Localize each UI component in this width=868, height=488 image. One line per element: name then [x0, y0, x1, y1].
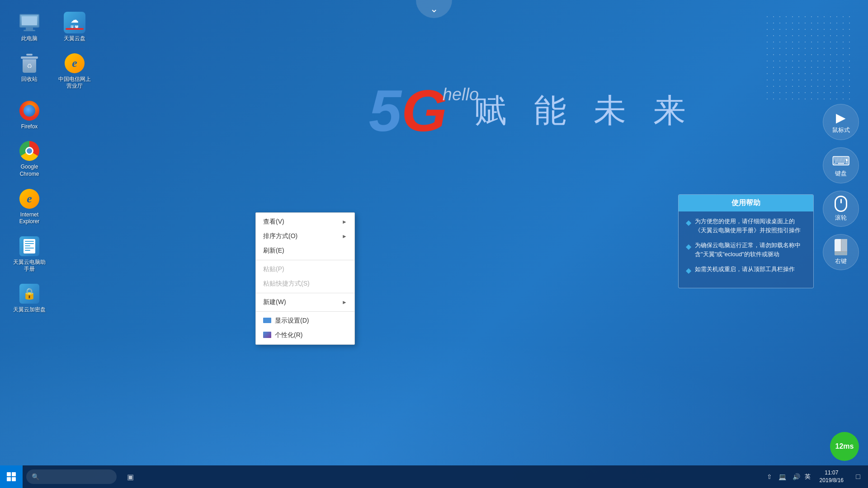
help-panel: 使用帮助 ◆ 为方便您的使用，请仔细阅读桌面上的《天翼云电脑使用手册》并按照指引… — [678, 194, 814, 288]
chrome-label: Google Chrome — [12, 164, 47, 178]
notification-btn[interactable]: □ — [848, 465, 868, 488]
chrome-icon-img — [19, 140, 40, 162]
keyboard-icon: ⌨ — [832, 154, 850, 169]
menu-item-view[interactable]: 查看(V) ► — [256, 215, 354, 229]
desktop-icon-tianyi-cloud[interactable]: ☁ 天翼 天翼云盘 — [54, 9, 95, 45]
brand-5g-logo: 5G hello — [369, 81, 447, 140]
desktop-icon-firefox[interactable]: Firefox — [9, 97, 50, 133]
help-text-2: 为确保云电脑运行正常，请勿卸载名称中含"天翼"或"ecloud"的软件或驱动 — [695, 241, 806, 258]
help-diamond-2: ◆ — [686, 241, 691, 258]
tray-volume-icon[interactable]: 🔊 — [791, 472, 802, 481]
help-title: 使用帮助 — [679, 195, 813, 211]
scroll-label: 滚轮 — [835, 214, 847, 222]
help-diamond-1: ◆ — [686, 217, 691, 235]
desktop-icon-this-pc[interactable]: 此电脑 — [9, 9, 50, 45]
latency-badge[interactable]: 12ms — [830, 432, 859, 461]
brand-5: 5 — [369, 78, 401, 144]
encrypt-label: 天翼云加密盘 — [13, 306, 46, 314]
tray-up-arrow-icon[interactable]: ⇧ — [765, 472, 774, 481]
desktop-icon-recycle-bin[interactable]: ♻ 回收站 — [9, 50, 50, 93]
help-item-1: ◆ 为方便您的使用，请仔细阅读桌面上的《天翼云电脑使用手册》并按照指引操作 — [686, 217, 806, 235]
clock-date: 2019/8/16 — [820, 477, 844, 484]
menu-sort-label: 排序方式(O) — [263, 232, 297, 240]
menu-item-paste[interactable]: 粘贴(P) — [256, 262, 354, 277]
task-view-btn[interactable]: ▣ — [120, 465, 140, 488]
menu-divider-2 — [256, 293, 354, 293]
windows-logo-icon — [7, 472, 16, 481]
china-telecom-label: 中国电信网上营业厅 — [57, 76, 92, 90]
icon-row-6: 天翼云电脑助手册 — [9, 233, 95, 276]
menu-view-arrow: ► — [342, 219, 347, 225]
keyboard-label: 键盘 — [835, 169, 847, 178]
help-text-3: 如需关机或重启，请从顶部工具栏操作 — [695, 265, 795, 276]
firefox-icon-img — [19, 100, 40, 122]
firefox-label: Firefox — [21, 123, 38, 131]
system-clock[interactable]: 11:07 2019/8/16 — [815, 469, 848, 484]
recycle-icon-img: ♻ — [19, 52, 40, 74]
icon-row-4: Google Chrome — [9, 137, 95, 180]
mouse-mode-btn[interactable]: ▶ 鼠标式 — [823, 104, 859, 140]
tray-language-indicator[interactable]: 英 — [805, 473, 811, 481]
recycle-bin-label: 回收站 — [21, 76, 38, 83]
context-menu: 查看(V) ► 排序方式(O) ► 刷新(E) 粘贴(P) 粘贴快捷方式(S) … — [255, 212, 355, 345]
help-text-1: 为方便您的使用，请仔细阅读桌面上的《天翼云电脑使用手册》并按照指引操作 — [695, 217, 806, 235]
menu-divider-1 — [256, 260, 354, 260]
right-click-icon — [835, 239, 847, 255]
brand-hello: hello — [443, 86, 479, 103]
encrypt-icon-img: 🔒 — [19, 283, 40, 305]
branding-area: 5G hello 赋 能 未 来 — [369, 81, 695, 140]
desktop-icon-manual[interactable]: 天翼云电脑助手册 — [9, 233, 50, 276]
right-key-label: 右键 — [835, 257, 847, 265]
personalize-icon — [263, 332, 272, 339]
desktop-icon-ie[interactable]: e Internet Explorer — [9, 185, 50, 228]
menu-paste-label: 粘贴(P) — [263, 265, 284, 273]
menu-sort-arrow: ► — [342, 233, 347, 239]
menu-item-personalize[interactable]: 个性化(R) — [256, 328, 354, 343]
display-icon — [263, 317, 272, 324]
ie-label: Internet Explorer — [12, 211, 47, 225]
menu-item-display[interactable]: 显示设置(D) — [256, 314, 354, 328]
start-button[interactable] — [0, 465, 23, 488]
taskbar-search-box[interactable]: 🔍 — [26, 469, 117, 484]
menu-display-label: 显示设置(D) — [275, 317, 347, 325]
brand-slogan: 赋 能 未 来 — [474, 89, 695, 132]
icon-row-7: 🔒 天翼云加密盘 — [9, 280, 95, 316]
help-item-2: ◆ 为确保云电脑运行正常，请勿卸载名称中含"天翼"或"ecloud"的软件或驱动 — [686, 241, 806, 258]
taskbar-search-icon: 🔍 — [32, 473, 39, 480]
taskbar: 🔍 ▣ ⇧ 💻 🔊 英 11:07 2019/8/16 □ — [0, 465, 868, 488]
desktop-icon-encrypt[interactable]: 🔒 天翼云加密盘 — [9, 280, 50, 316]
menu-item-sort[interactable]: 排序方式(O) ► — [256, 229, 354, 244]
notification-icon: □ — [856, 473, 860, 481]
menu-refresh-label: 刷新(E) — [263, 247, 284, 255]
icon-row-2: ♻ 回收站 e 中国电信网上营业厅 — [9, 50, 95, 93]
menu-new-arrow: ► — [342, 299, 347, 305]
dot-pattern-decoration — [764, 14, 854, 104]
mouse-mode-label: 鼠标式 — [832, 126, 850, 134]
icon-row-5: e Internet Explorer — [9, 185, 95, 228]
task-view-icon: ▣ — [127, 473, 134, 481]
menu-item-new[interactable]: 新建(W) ► — [256, 295, 354, 310]
menu-item-paste-shortcut[interactable]: 粘贴快捷方式(S) — [256, 277, 354, 291]
this-pc-label: 此电脑 — [21, 35, 38, 42]
tray-network-icon[interactable]: 💻 — [777, 472, 788, 481]
desktop-icon-china-telecom[interactable]: e 中国电信网上营业厅 — [54, 50, 95, 93]
ie-icon-img: e — [19, 188, 40, 210]
top-chevron-btn[interactable]: ⌄ — [416, 0, 452, 18]
menu-personalize-label: 个性化(R) — [275, 331, 347, 339]
help-body: ◆ 为方便您的使用，请仔细阅读桌面上的《天翼云电脑使用手册》并按照指引操作 ◆ … — [679, 211, 813, 288]
manual-label: 天翼云电脑助手册 — [12, 259, 47, 273]
system-tray: ⇧ 💻 🔊 英 — [760, 465, 815, 488]
scroll-wheel-icon — [835, 196, 847, 212]
icon-row-1: 此电脑 ☁ 天翼 天翼云盘 — [9, 9, 95, 45]
cursor-icon: ▶ — [836, 110, 846, 125]
desktop-icons-area: 此电脑 ☁ 天翼 天翼云盘 — [9, 9, 95, 316]
right-key-btn[interactable]: 右键 — [823, 234, 859, 270]
right-panel: ▶ 鼠标式 ⌨ 键盘 滚轮 右键 — [823, 104, 859, 270]
scroll-btn[interactable]: 滚轮 — [823, 191, 859, 227]
brand-g: G — [401, 78, 447, 144]
chevron-down-icon: ⌄ — [430, 3, 438, 15]
keyboard-btn[interactable]: ⌨ 键盘 — [823, 147, 859, 183]
menu-item-refresh[interactable]: 刷新(E) — [256, 244, 354, 258]
desktop-icon-chrome[interactable]: Google Chrome — [9, 137, 50, 180]
menu-view-label: 查看(V) — [263, 218, 284, 226]
